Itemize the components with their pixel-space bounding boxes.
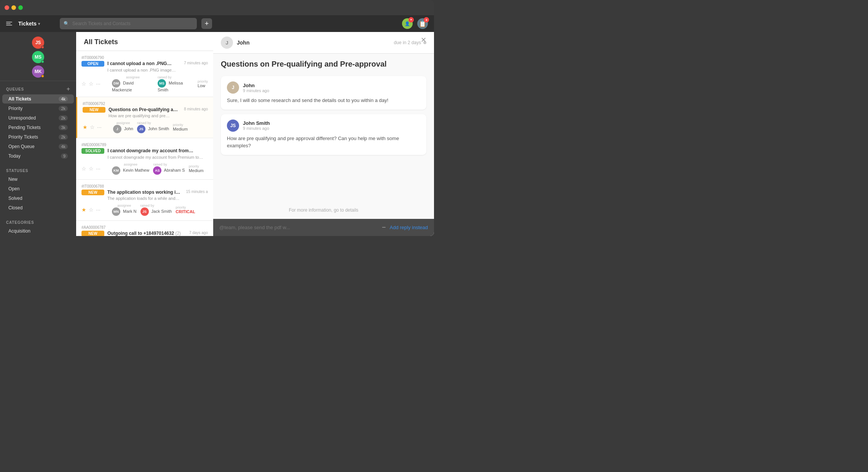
ticket-time-0: 7 minutes ago [184,61,208,65]
raiser-avatar-1: JS [137,125,145,133]
sidebar-avatar-2[interactable]: MK [32,65,44,78]
statuses-section-header: STATUSES [0,166,76,174]
sidebar-queue-item-0[interactable]: All Tickets4k [2,94,74,104]
msg-name-time-1: John Smith 9 minutes ago [243,120,270,131]
msg-avatar-1: JS [227,120,239,132]
notifications-button[interactable]: 📋 3 [417,18,428,29]
queues-add-button[interactable]: + [67,86,70,92]
sidebar-status-label-3: Closed [8,205,22,210]
sidebar-queue-count-4: 2k [59,134,68,140]
ticket-subject-2: I cannot downgrade my account from Premi… [107,148,203,154]
ticket-meta-2: ☆ ☆ ··· assignee KM Kevin Mathew raised … [81,163,208,175]
window-controls [5,5,23,10]
msg-time-0: 9 minutes ago [243,88,269,93]
msg-header-0: J John 9 minutes ago [227,81,420,94]
ticket-assignee-value-2: KM Kevin Mathew [112,166,149,175]
ticket-status-badge-1: NEW [83,107,105,113]
sidebar-avatar-1[interactable]: MS [32,51,44,63]
ticket-bookmark-button-1[interactable]: ☆ [90,124,95,130]
sidebar-queue-label-6: Today [8,153,21,159]
ticket-top-4: NEW Outgoing call to +18497014632 (2) Ou… [81,231,208,236]
sidebar-queue-label-4: Priority Tickets [8,134,38,140]
ticket-info-1: Questions on Pre-qualifying and Pre-appr… [108,107,179,118]
app-logo-icon [6,22,12,26]
ticket-star-button-3[interactable]: ★ [81,207,86,213]
ticket-more-button-1[interactable]: ··· [97,124,102,130]
more-info-link[interactable]: For more information, go to details [213,201,434,219]
ticket-assignee-label-0: assignee [126,75,140,79]
ticket-time-4: 7 days ago [189,231,208,235]
sidebar-queue-count-6: 9 [61,153,68,159]
close-window-button[interactable] [5,5,9,10]
ticket-star-button-0[interactable]: ☆ [81,81,86,87]
sidebar-queue-label-0: All Tickets [8,96,31,102]
sidebar-status-item-0[interactable]: New [2,175,74,184]
ticket-bookmark-button-0[interactable]: ☆ [89,81,94,87]
ticket-raiser-label-2: raised by [153,163,185,166]
sidebar-status-item-2[interactable]: Solved [2,194,74,203]
ticket-raiser-3: raised by JS Jack Smith [140,204,172,216]
detail-close-button[interactable]: ✕ [421,36,426,44]
add-reply-button[interactable]: Add reply instead [390,225,428,230]
ticket-more-button-3[interactable]: ··· [96,207,101,213]
title-chevron-icon[interactable]: ▾ [38,22,40,26]
table-row[interactable]: #AA00006787 NEW Outgoing call to +184970… [76,221,213,236]
ticket-info-0: I cannot upload a non .PNG image onto my… [107,61,179,72]
ticket-star-button-1[interactable]: ★ [83,124,88,130]
sidebar-avatar-0[interactable]: JS [32,37,44,49]
search-bar[interactable]: 🔍 [60,18,197,29]
sidebar-queue-item-2[interactable]: Unresponded2k [2,113,74,123]
sidebar-queue-item-6[interactable]: Today9 [2,151,74,161]
table-row[interactable]: #IT00006792 NEW Questions on Pre-qualify… [76,97,213,139]
ticket-bookmark-button-2[interactable]: ☆ [89,166,94,172]
reply-minimize-button[interactable]: − [382,223,386,231]
ticket-status-badge-3: NEW [81,190,104,195]
ticket-subject-4: Outgoing call to +18497014632 (2) [107,231,185,236]
sidebar-status-item-3[interactable]: Closed [2,203,74,212]
search-input[interactable] [72,21,193,26]
due-text: due in 2 days [394,40,421,45]
table-row[interactable]: #IT00006788 NEW The application stops wo… [76,180,213,221]
message-bubble-0: J John 9 minutes ago Sure, I will do som… [221,76,426,110]
ticket-action-icons-1: ★ ☆ ··· [83,124,109,130]
sidebar-queue-label-2: Unresponded [8,115,36,121]
ticket-subject-3: The application stops working in my defa… [107,190,182,196]
ticket-assignee-1: assignee J John [113,121,133,133]
sidebar-category-item-0[interactable]: Acquisition [2,226,74,236]
ticket-more-button-2[interactable]: ··· [96,166,101,172]
ticket-priority-value-2: Medium [189,168,204,173]
ticket-assignee-3: assignee MN Mark N [112,204,137,216]
reply-bar: − Add reply instead [213,219,434,236]
table-row[interactable]: #IT00006790 OPEN I cannot upload a non .… [76,51,213,97]
sidebar-queue-item-1[interactable]: Priority2k [2,104,74,113]
sidebar-queue-item-5[interactable]: Open Queue4k [2,142,74,151]
msg-header-1: JS John Smith 9 minutes ago [227,120,420,132]
ticket-top-3: NEW The application stops working in my … [81,190,208,201]
agent-chevron-icon[interactable]: ▾ [408,17,414,22]
categories-list: AcquisitionAdministrationBillingCustomer… [0,226,76,236]
categories-section-header: CATEGORIES [0,217,76,226]
ticket-star-button-2[interactable]: ☆ [81,166,86,172]
reply-input[interactable] [219,225,378,230]
ticket-priority-label-0: priority [198,80,208,83]
sidebar-status-item-1[interactable]: Open [2,184,74,193]
msg-name-1: John Smith [243,120,270,126]
ticket-more-button-0[interactable]: ··· [96,81,101,87]
ticket-priority-label-3: priority [176,206,195,209]
minimize-window-button[interactable] [11,5,16,10]
assignee-avatar-1: J [113,125,121,133]
ticket-assignee-value-1: J John [113,125,133,133]
ticket-raiser-1: raised by JS John Smith [137,121,169,133]
sidebar-queue-item-4[interactable]: Priority Tickets2k [2,132,74,142]
ticket-action-icons-3: ★ ☆ ··· [81,207,108,213]
ticket-meta-0: ☆ ☆ ··· assignee DM David Mackenzie rais… [81,75,208,92]
maximize-window-button[interactable] [18,5,23,10]
ticket-bookmark-button-3[interactable]: ☆ [89,207,94,213]
table-row[interactable]: #ME00006789 SOLVED I cannot downgrade my… [76,138,213,180]
sidebar-queue-item-3[interactable]: Pending Tickets3k [2,123,74,132]
ticket-raiser-value-0: MS Melissa Smith [158,79,194,92]
msg-avatar-0: J [227,81,239,94]
add-button[interactable]: + [201,18,212,29]
ticket-action-icons-2: ☆ ☆ ··· [81,166,108,172]
ticket-info-3: The application stops working in my defa… [107,190,182,201]
